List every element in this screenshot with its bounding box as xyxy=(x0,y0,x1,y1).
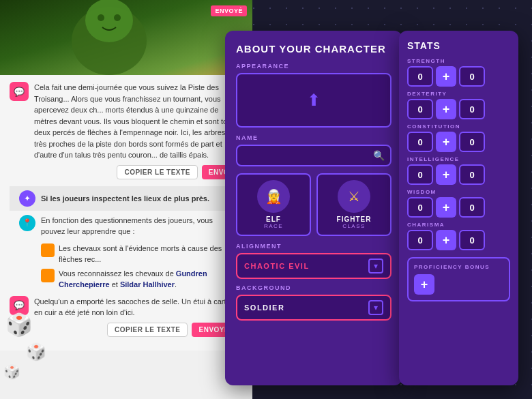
chat-icon-pink: 💬 xyxy=(10,82,29,101)
stats-title: STATS xyxy=(407,40,510,51)
constitution-controls: 0 + 0 xyxy=(407,132,510,152)
constitution-label: CONSTITUTION xyxy=(407,123,510,130)
wisdom-label: WISDOM xyxy=(407,189,510,195)
dice-1: 🎲 xyxy=(5,312,33,338)
background-label: BACKGROUND xyxy=(236,284,391,291)
dice-3: 🎲 xyxy=(3,364,20,380)
proficiency-plus-btn[interactable]: + xyxy=(414,274,434,295)
intelligence-plus-btn[interactable]: + xyxy=(436,164,456,185)
intelligence-value: 0 xyxy=(407,164,433,185)
copy-button[interactable]: COPIER LE TEXTE xyxy=(117,165,197,179)
intelligence-controls: 0 + 0 xyxy=(407,164,510,185)
strength-controls: 0 + 0 xyxy=(407,66,510,87)
class-selector[interactable]: ⚔ FIGHTER CLASS xyxy=(316,173,391,236)
constitution-bonus: 0 xyxy=(459,132,485,152)
fighter-icon: ⚔ xyxy=(338,180,370,213)
stat-constitution: CONSTITUTION 0 + 0 xyxy=(407,123,510,152)
search-icon: 🔍 xyxy=(373,150,385,161)
dexterity-plus-btn[interactable]: + xyxy=(436,99,456,119)
constitution-plus-btn[interactable]: + xyxy=(436,132,456,152)
left-panel: ENVOYÉ 💬 Cela fait une demi-journée que … xyxy=(0,0,252,399)
svg-point-2 xyxy=(85,0,133,42)
wisdom-plus-btn[interactable]: + xyxy=(436,197,456,218)
background-chevron: ▾ xyxy=(368,300,383,315)
dexterity-controls: 0 + 0 xyxy=(407,99,510,119)
chat-area: 💬 Cela fait une demi-journée que vous su… xyxy=(0,75,252,351)
character-panel: ABOUT YOUR CHARACTER APPEARANCE ⬆ NAME 🔍… xyxy=(225,31,402,385)
alignment-label: ALIGNMENT xyxy=(236,243,391,250)
race-selector[interactable]: 🧝 ELF RACE xyxy=(236,173,311,236)
strength-label: STRENGTH xyxy=(407,58,510,64)
name-input-row: 🔍 xyxy=(236,145,391,166)
stats-panel: STATS STRENGTH 0 + 0 DEXTERITY 0 + 0 CON… xyxy=(399,31,518,385)
strength-bonus: 0 xyxy=(459,66,485,87)
svg-point-3 xyxy=(98,14,104,21)
stat-wisdom: WISDOM 0 + 0 xyxy=(407,189,510,218)
appearance-label: APPEARANCE xyxy=(236,63,391,70)
class-type: CLASS xyxy=(342,223,366,229)
chat-message: 💬 Cela fait une demi-journée que vous su… xyxy=(10,82,243,179)
hero-image: ENVOYÉ xyxy=(0,0,252,75)
bullet-text-1: Les chevaux sont à l'évidence morts à ca… xyxy=(59,243,233,265)
bullet-2: Vous reconnaissez les chevaux de Gundren… xyxy=(10,267,243,292)
intelligence-label: INTELLIGENCE xyxy=(407,156,510,162)
sub-message-1: 📍 En fonction des questionnements des jo… xyxy=(10,211,243,241)
bottom-copy-button[interactable]: COPIER LE TEXTE xyxy=(107,323,188,337)
bottom-message: 💬 Quelqu'un a emporté les sacoches de se… xyxy=(10,296,243,337)
proficiency-section: PROFICIENCY BONUS + xyxy=(407,257,510,301)
action-bar: COPIER LE TEXTE ENVO... xyxy=(34,165,243,179)
selector-row: 🧝 ELF RACE ⚔ FIGHTER CLASS xyxy=(236,173,391,236)
divider-text: Si les joueurs inspectent les lieux de p… xyxy=(41,194,209,203)
bullet-text-2: Vous reconnaissez les chevaux de Gundren… xyxy=(59,268,233,291)
chevron-down-icon: ▾ xyxy=(374,261,378,271)
dexterity-value: 0 xyxy=(407,99,433,119)
elf-icon: 🧝 xyxy=(257,180,290,213)
background-value: SOLDIER xyxy=(244,304,368,312)
sparkle-icon: ✦ xyxy=(19,190,35,207)
section-divider: ✦ Si les joueurs inspectent les lieux de… xyxy=(10,186,243,211)
alignment-chevron: ▾ xyxy=(368,258,383,274)
charisma-controls: 0 + 0 xyxy=(407,230,510,250)
name-input[interactable] xyxy=(243,151,373,160)
svg-point-4 xyxy=(114,14,121,21)
class-name: FIGHTER xyxy=(337,216,372,223)
upload-icon: ⬆ xyxy=(307,91,321,110)
appearance-upload[interactable]: ⬆ xyxy=(236,73,391,128)
name-label: NAME xyxy=(236,134,391,141)
sub-text-1: En fonction des questionnements des joue… xyxy=(41,215,233,237)
constitution-value: 0 xyxy=(407,132,433,152)
envoye-badge: ENVOYÉ xyxy=(211,5,247,16)
bullet-1: Les chevaux sont à l'évidence morts à ca… xyxy=(10,241,243,267)
alignment-dropdown[interactable]: CHAOTIC EVIL ▾ xyxy=(236,253,391,279)
charisma-value: 0 xyxy=(407,230,433,250)
proficiency-label: PROFICIENCY BONUS xyxy=(414,264,503,270)
bottom-action-bar: COPIER LE TEXTE ENVOYE... xyxy=(34,323,243,337)
character-panel-title: ABOUT YOUR CHARACTER xyxy=(236,43,391,55)
wisdom-value: 0 xyxy=(407,197,433,218)
charisma-plus-btn[interactable]: + xyxy=(436,230,456,250)
stat-intelligence: INTELLIGENCE 0 + 0 xyxy=(407,156,510,185)
background-dropdown[interactable]: SOLDIER ▾ xyxy=(236,295,391,321)
stat-dexterity: DEXTERITY 0 + 0 xyxy=(407,91,510,119)
wisdom-controls: 0 + 0 xyxy=(407,197,510,218)
wisdom-bonus: 0 xyxy=(459,197,485,218)
charisma-label: CHARISMA xyxy=(407,222,510,228)
strength-plus-btn[interactable]: + xyxy=(436,66,456,87)
chevron-down-icon-2: ▾ xyxy=(374,303,378,312)
alignment-value: CHAOTIC EVIL xyxy=(244,262,368,270)
dice-2: 🎲 xyxy=(26,342,46,361)
stat-strength: STRENGTH 0 + 0 xyxy=(407,58,510,87)
race-name: ELF xyxy=(266,216,281,223)
dexterity-label: DEXTERITY xyxy=(407,91,510,97)
chat-text: Cela fait une demi-journée que vous suiv… xyxy=(34,82,243,161)
stat-charisma: CHARISMA 0 + 0 xyxy=(407,222,510,250)
charisma-bonus: 0 xyxy=(459,230,485,250)
dexterity-bonus: 0 xyxy=(459,99,485,119)
bottom-text: Quelqu'un a emporté les sacoches de sell… xyxy=(34,296,243,319)
intelligence-bonus: 0 xyxy=(459,164,485,185)
strength-value: 0 xyxy=(407,66,433,87)
race-type: RACE xyxy=(264,223,283,229)
